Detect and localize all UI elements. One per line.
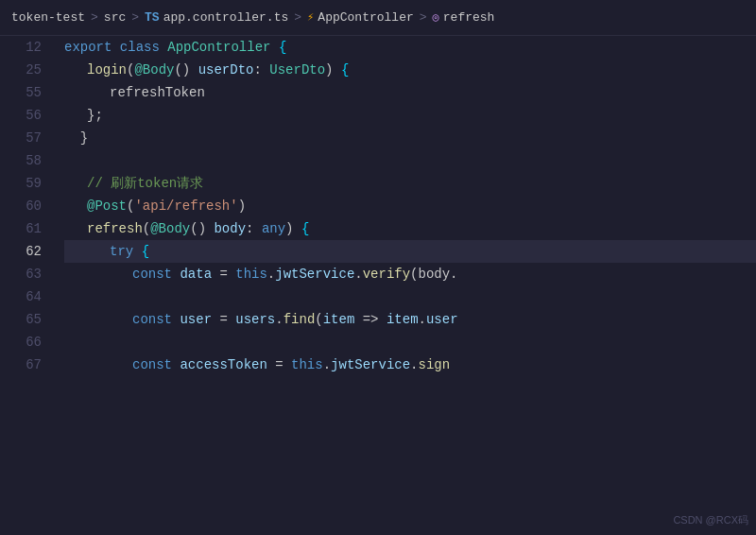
ln-57: 57	[8, 127, 42, 149]
code-line-60: @Post ( 'api/refresh' )	[64, 195, 756, 217]
code-line-25: login ( @Body ( ) userDto : UserDto ) {	[64, 59, 756, 81]
code-line-59: // 刷新token请求	[64, 172, 756, 195]
token-const1: const	[132, 263, 172, 285]
breadcrumb-sep3: >	[294, 10, 301, 25]
token-brace-refresh: {	[301, 217, 309, 240]
token-const2: const	[132, 308, 172, 331]
token-this2: this	[291, 354, 323, 376]
token-find: find	[284, 308, 316, 331]
token-comment: // 刷新token请求	[87, 172, 203, 195]
breadcrumb-sep1: >	[91, 10, 98, 25]
token-body-param: body	[214, 217, 246, 240]
token-refreshtoken: refreshToken	[110, 81, 205, 104]
token-item: item	[323, 308, 355, 331]
token-userdto-type: UserDto	[269, 59, 325, 81]
breadcrumb-folder[interactable]: token-test	[11, 10, 85, 25]
ln-63: 63	[8, 263, 42, 285]
code-line-12: export class AppController {	[64, 36, 756, 59]
token-body-decorator: @Body	[134, 59, 174, 81]
breadcrumb-file[interactable]: app.controller.ts	[163, 10, 289, 25]
code-line-65: const user = users . find ( item => item…	[64, 308, 756, 331]
token-jwtservice2: jwtService	[331, 354, 410, 376]
breadcrumb-sep2: >	[131, 10, 139, 25]
ln-59: 59	[8, 172, 42, 195]
breadcrumb-ts-badge: TS	[145, 10, 160, 25]
token-export: export	[64, 36, 112, 59]
token-accesstoken: accessToken	[180, 354, 266, 376]
token-any: any	[262, 217, 285, 240]
token-login: login	[87, 59, 127, 81]
token-eq2: =	[219, 308, 227, 331]
code-line-66	[64, 331, 756, 354]
ln-25: 25	[8, 59, 42, 81]
ln-61: 61	[8, 217, 42, 240]
token-classname: AppController	[167, 36, 270, 59]
code-line-55: refreshToken	[64, 81, 756, 104]
code-line-63: const data = this . jwtService . verify …	[64, 263, 756, 285]
code-line-57: }	[64, 127, 756, 149]
token-eq1: =	[219, 263, 227, 285]
token-data-var: data	[180, 263, 212, 285]
line-numbers: 12 25 55 56 57 58 59 60 61 62 63 64 65 6…	[0, 36, 49, 535]
class-icon: ⚡	[307, 10, 314, 25]
token-post-string: 'api/refresh'	[134, 195, 237, 217]
token-refresh-fn: refresh	[87, 217, 143, 240]
code-line-58	[64, 149, 756, 172]
ln-67: 67	[8, 354, 42, 376]
token-userdto: userDto	[198, 59, 254, 81]
breadcrumb-method[interactable]: refresh	[443, 10, 495, 25]
token-close-semi: };	[87, 104, 103, 127]
watermark: CSDN @RCX码	[673, 513, 748, 527]
ln-65: 65	[8, 308, 42, 331]
code-line-56: };	[64, 104, 756, 127]
method-icon: ◎	[433, 10, 439, 25]
ln-62: 62	[8, 240, 42, 263]
token-brace-open: {	[279, 36, 286, 59]
token-eq3: =	[275, 354, 283, 376]
breadcrumb-src[interactable]: src	[104, 10, 126, 25]
code-line-64	[64, 285, 756, 308]
breadcrumb-sep4: >	[420, 10, 427, 25]
token-brace-try: {	[142, 240, 149, 263]
token-const3: const	[132, 354, 172, 376]
token-user-var: user	[180, 308, 212, 331]
code-line-67: const accessToken = this . jwtService . …	[64, 354, 756, 376]
ln-55: 55	[8, 81, 42, 104]
token-users: users	[235, 308, 275, 331]
ln-58: 58	[8, 149, 42, 172]
token-verify: verify	[363, 263, 410, 285]
token-close-brace: }	[64, 127, 88, 149]
token-jwtservice: jwtService	[275, 263, 354, 285]
breadcrumb: token-test > src > TS app.controller.ts …	[0, 0, 756, 36]
code-line-61: refresh ( @Body () body : any ) {	[64, 217, 756, 240]
code-editor: 12 25 55 56 57 58 59 60 61 62 63 64 65 6…	[0, 36, 756, 535]
ln-64: 64	[8, 285, 42, 308]
breadcrumb-class[interactable]: AppController	[318, 10, 413, 25]
ln-60: 60	[8, 195, 42, 217]
token-brace-login: {	[341, 59, 349, 81]
token-user-prop: user	[426, 308, 458, 331]
token-arrow: =>	[363, 308, 379, 331]
token-item2: item	[387, 308, 419, 331]
token-try: try	[110, 240, 133, 263]
code-line-62: try {	[64, 240, 756, 263]
ln-66: 66	[8, 331, 42, 354]
token-class: class	[120, 36, 160, 59]
ln-56: 56	[8, 104, 42, 127]
code-lines: export class AppController { login ( @Bo…	[49, 36, 756, 535]
ln-12: 12	[8, 36, 42, 59]
token-this1: this	[235, 263, 267, 285]
token-body2: @Body	[150, 217, 190, 240]
token-post-decorator: @Post	[87, 195, 127, 217]
token-sign: sign	[419, 354, 451, 376]
